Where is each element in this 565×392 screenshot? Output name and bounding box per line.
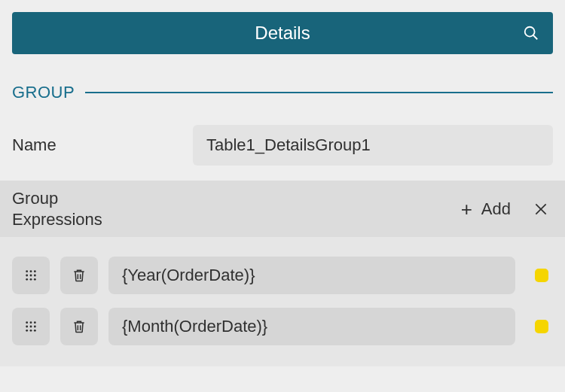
svg-point-17: [34, 321, 36, 324]
svg-point-0: [525, 27, 535, 37]
svg-point-8: [30, 275, 32, 277]
delete-button[interactable]: [60, 257, 98, 294]
expression-row: {Month(OrderDate)}: [12, 308, 553, 345]
add-button[interactable]: + Add: [461, 199, 511, 219]
svg-point-5: [30, 270, 32, 272]
svg-point-20: [34, 326, 36, 328]
expression-row: {Year(OrderDate)}: [12, 257, 553, 294]
svg-point-16: [30, 321, 32, 324]
name-label: Name: [12, 135, 193, 155]
group-section-header: GROUP: [12, 83, 553, 102]
trash-icon: [72, 318, 87, 335]
close-button[interactable]: [530, 199, 551, 220]
svg-point-18: [26, 326, 28, 328]
section-divider: [85, 92, 553, 93]
group-section-label: GROUP: [12, 83, 75, 102]
add-button-label: Add: [481, 199, 511, 219]
svg-point-15: [26, 321, 28, 324]
trash-icon: [72, 267, 87, 284]
search-icon[interactable]: [523, 25, 539, 41]
details-header: Details: [12, 12, 553, 54]
svg-line-1: [533, 35, 538, 40]
expression-value[interactable]: {Year(OrderDate)}: [108, 257, 515, 294]
svg-point-12: [34, 278, 36, 281]
svg-point-23: [34, 330, 36, 332]
svg-point-19: [30, 326, 32, 328]
group-expressions-header: Group Expressions + Add: [0, 181, 565, 237]
svg-point-11: [30, 278, 32, 281]
header-title: Details: [26, 23, 539, 44]
close-icon: [533, 202, 548, 217]
svg-point-6: [34, 270, 36, 272]
svg-point-10: [26, 278, 28, 281]
name-row: Name: [12, 125, 553, 166]
svg-point-9: [34, 275, 36, 277]
svg-point-21: [26, 330, 28, 332]
drag-icon: [25, 321, 37, 333]
group-expressions-label: Group Expressions: [0, 188, 461, 229]
drag-icon: [25, 269, 37, 281]
svg-point-22: [30, 330, 32, 332]
drag-handle[interactable]: [12, 308, 50, 345]
delete-button[interactable]: [60, 308, 98, 345]
svg-point-7: [26, 275, 28, 277]
expression-list: {Year(OrderDate)} {Month(OrderDate)}: [0, 237, 565, 366]
plus-icon: +: [461, 199, 472, 219]
drag-handle[interactable]: [12, 257, 50, 294]
status-indicator-icon: [535, 320, 548, 333]
svg-point-4: [26, 270, 28, 272]
expression-value[interactable]: {Month(OrderDate)}: [108, 308, 515, 345]
status-indicator-icon: [535, 269, 548, 282]
name-input[interactable]: [193, 125, 553, 166]
